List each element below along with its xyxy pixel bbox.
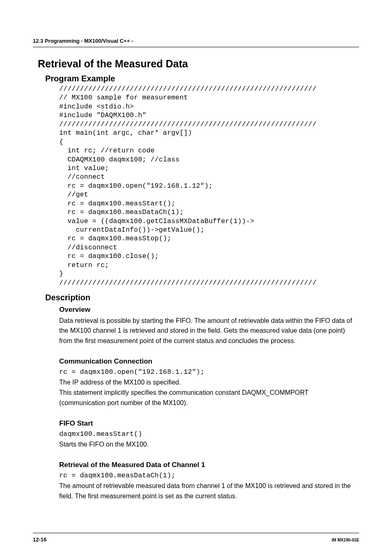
comm-text2: This statement implicitly specifies the … <box>59 388 355 408</box>
footer-doc-id: IM MX190-01E <box>332 537 359 543</box>
retrieval-text: The amount of retrievable measured data … <box>59 481 355 502</box>
overview-text: Data retrieval is possible by starting t… <box>59 316 355 346</box>
footer: 12-16 IM MX190-01E <box>33 533 359 544</box>
description-heading: Description <box>45 291 359 304</box>
fifo-heading: FIFO Start <box>59 418 359 429</box>
spacer <box>33 450 359 460</box>
header-area: 12.3 Programming - MX100/Visual C++ - <box>33 37 359 47</box>
page-title: Retrieval of the Measured Data <box>38 56 359 72</box>
fifo-code: daqmx100.measStart() <box>59 429 359 440</box>
spacer <box>33 346 359 356</box>
footer-page-number: 12-16 <box>33 536 46 544</box>
comm-heading: Communication Connection <box>59 356 359 367</box>
retrieval-code: rc = daqmx100.measDataCh(1); <box>59 471 359 481</box>
breadcrumb: 12.3 Programming - MX100/Visual C++ - <box>33 37 359 47</box>
fifo-text: Starts the FIFO on the MX100. <box>59 440 355 450</box>
comm-text1: The IP address of the MX100 is specified… <box>59 378 355 388</box>
retrieval-heading: Retrieval of the Measured Data of Channe… <box>59 460 359 470</box>
program-example-heading: Program Example <box>45 72 359 85</box>
spacer <box>33 408 359 418</box>
page: 12.3 Programming - MX100/Visual C++ - Re… <box>0 0 392 555</box>
program-example-code: ////////////////////////////////////////… <box>59 85 359 287</box>
comm-code: rc = daqmx100.open("192.168.1.12"); <box>59 367 359 378</box>
overview-heading: Overview <box>59 304 359 315</box>
